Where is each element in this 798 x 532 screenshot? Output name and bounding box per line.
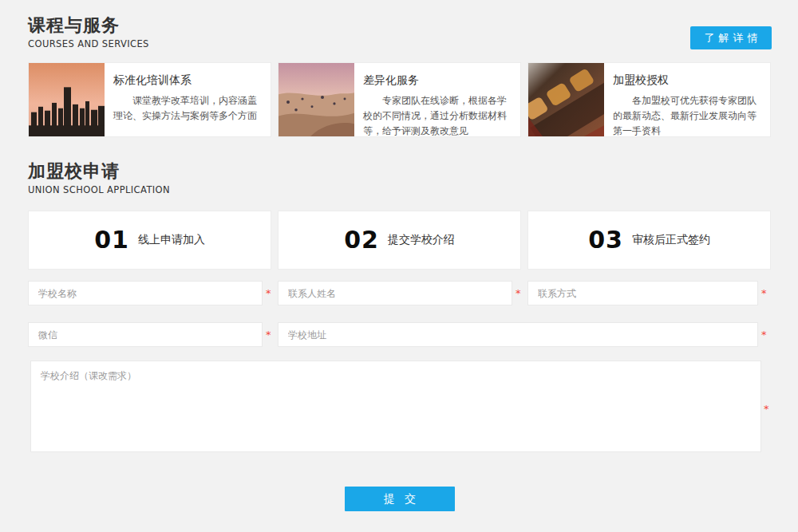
contact-info-input[interactable] [527, 281, 758, 305]
step-card-1: 01 线上申请加入 [28, 211, 271, 270]
service-desc: 课堂教学改革培训，内容涵盖理论、实操方法与案例等多个方面 [113, 93, 261, 124]
step-label: 提交学校介绍 [388, 233, 455, 247]
step-card-2: 02 提交学校介绍 [278, 211, 521, 270]
application-title: 加盟校申请 [28, 162, 170, 181]
desert-dusk-image [279, 63, 354, 136]
school-intro-textarea[interactable] [30, 361, 761, 452]
required-marker: * [761, 281, 768, 305]
service-card-training: 标准化培训体系 课堂教学改革培训，内容涵盖理论、实操方法与案例等多个方面 [28, 62, 271, 137]
service-cards-row: 标准化培训体系 课堂教学改革培训，内容涵盖理论、实操方法与案例等多个方面 [28, 62, 772, 137]
service-title: 标准化培训体系 [113, 73, 261, 88]
services-subtitle: COURSES AND SERVICES [28, 38, 149, 49]
school-address-cell: * [278, 322, 768, 347]
services-section-header: 课程与服务 COURSES AND SERVICES [28, 16, 149, 49]
contact-name-cell: * [278, 281, 522, 305]
service-title: 加盟校授权 [613, 73, 760, 88]
application-section-header: 加盟校申请 UNION SCHOOL APPLICATION [28, 162, 170, 195]
required-marker: * [266, 281, 272, 305]
service-title: 差异化服务 [363, 73, 511, 88]
film-strip-image [528, 63, 604, 136]
contact-name-input[interactable] [278, 281, 512, 305]
wechat-cell: * [28, 322, 272, 347]
submit-button[interactable]: 提交 [345, 487, 455, 511]
required-marker: * [266, 322, 272, 347]
required-marker: * [764, 403, 769, 415]
service-card-differentiated: 差异化服务 专家团队在线诊断，根据各学校的不同情况，通过分析数据材料等，给予评测… [278, 62, 521, 137]
required-marker: * [516, 281, 522, 305]
step-number: 03 [588, 228, 623, 252]
service-card-authorization: 加盟校授权 各加盟校可优先获得专家团队的最新动态、最新行业发展动向等第一手资料 [527, 62, 771, 137]
learn-more-button[interactable]: 了解详情 [690, 26, 772, 49]
school-name-input[interactable] [28, 281, 263, 305]
wechat-input[interactable] [28, 322, 263, 347]
step-label: 审核后正式签约 [632, 233, 710, 247]
required-marker: * [761, 322, 768, 347]
step-label: 线上申请加入 [138, 233, 205, 247]
application-subtitle: UNION SCHOOL APPLICATION [28, 184, 170, 195]
service-desc: 专家团队在线诊断，根据各学校的不同情况，通过分析数据材料等，给予评测及教改意见 [363, 93, 511, 137]
step-number: 02 [344, 228, 379, 252]
service-desc: 各加盟校可优先获得专家团队的最新动态、最新行业发展动向等第一手资料 [613, 93, 760, 137]
school-name-cell: * [28, 281, 272, 305]
application-steps-row: 01 线上申请加入 02 提交学校介绍 03 审核后正式签约 [28, 211, 772, 270]
contact-info-cell: * [527, 281, 768, 305]
step-number: 01 [94, 228, 129, 252]
city-skyline-image [29, 63, 105, 136]
school-address-input[interactable] [278, 322, 758, 347]
services-title: 课程与服务 [28, 16, 149, 35]
step-card-3: 03 审核后正式签约 [527, 211, 771, 270]
